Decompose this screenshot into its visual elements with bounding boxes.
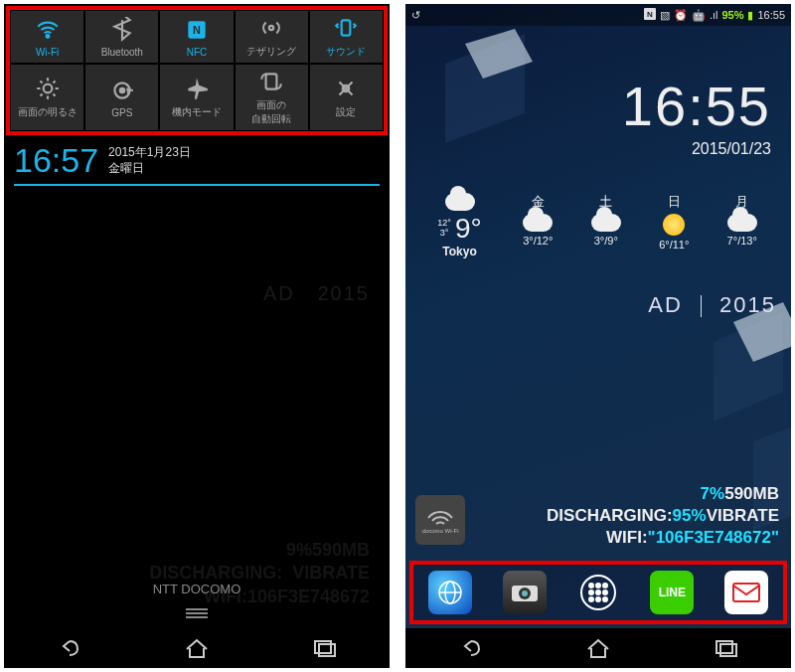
wifi-icon	[35, 17, 61, 43]
toggle-airplane[interactable]: 機内モード	[159, 64, 234, 131]
svg-point-34	[603, 590, 607, 594]
quick-settings-highlight: Wi-Fi Bluetooth N NFC テザリング	[6, 6, 388, 135]
svg-rect-13	[315, 641, 331, 653]
toggle-sound[interactable]: サウンド	[309, 10, 384, 64]
toggle-label: サウンド	[326, 45, 366, 59]
svg-text:N: N	[647, 10, 653, 19]
nav-recent[interactable]	[295, 634, 355, 662]
mail-icon	[731, 582, 761, 603]
stats-widget[interactable]: 7%590MB DISCHARGING:95%VIBRATE WIFI:"106…	[475, 483, 779, 549]
toggle-label: NFC	[187, 47, 208, 58]
sun-icon	[663, 214, 685, 236]
status-back-icon[interactable]: ↺	[411, 9, 420, 22]
svg-point-32	[589, 590, 593, 594]
toggle-label: 機内モード	[172, 105, 222, 119]
svg-point-29	[589, 584, 593, 588]
svg-point-36	[596, 597, 600, 601]
cloud-icon	[523, 214, 553, 232]
forecast-day-1: 土 3°/9°	[572, 193, 640, 258]
status-vibrate-icon: ▧	[660, 9, 670, 22]
svg-point-31	[603, 584, 607, 588]
status-bar: ↺ N ▧ ⏰ 🤖 .ıl 95% ▮ 16:55	[405, 4, 791, 26]
tethering-icon	[258, 15, 284, 41]
drag-handle-icon[interactable]	[182, 606, 212, 624]
forecast-day-3: 月 7°/13°	[708, 193, 775, 258]
svg-point-7	[120, 87, 124, 91]
status-battery-icon: ▮	[747, 9, 753, 22]
svg-point-35	[589, 597, 593, 601]
cloud-icon	[591, 214, 621, 232]
phone-right: ↺ N ▧ ⏰ 🤖 .ıl 95% ▮ 16:55 16:55 2015/01/…	[405, 4, 791, 668]
toggle-label: Bluetooth	[101, 47, 143, 58]
nav-recent[interactable]	[697, 634, 756, 662]
notification-clock: 16:57 2015年1月23日 金曜日	[4, 137, 390, 184]
city-label: Tokyo	[415, 245, 504, 258]
nav-back[interactable]	[440, 634, 500, 662]
toggle-label: 画面の明るさ	[18, 105, 78, 119]
toggle-label: テザリング	[246, 45, 296, 59]
nfc-icon: N	[184, 17, 210, 43]
toggle-tethering[interactable]: テザリング	[235, 10, 309, 64]
clock-date: 2015/01/23	[405, 140, 771, 158]
clock-widget[interactable]: 16:55 2015/01/23	[405, 74, 771, 158]
quick-settings-grid: Wi-Fi Bluetooth N NFC テザリング	[10, 10, 384, 131]
status-nfc-icon: N	[644, 8, 656, 22]
airplane-icon	[184, 76, 210, 101]
date-text: 2015年1月23日 金曜日	[108, 145, 191, 176]
calendar-widget[interactable]: AD 2015	[648, 292, 776, 318]
svg-rect-39	[716, 641, 732, 653]
status-signal-icon: .ıl	[710, 9, 718, 21]
nav-home[interactable]	[568, 634, 628, 662]
nav-bar	[405, 628, 791, 668]
brightness-icon	[35, 76, 61, 101]
status-time: 16:55	[757, 9, 785, 21]
nav-home[interactable]	[167, 634, 227, 662]
svg-rect-38	[733, 584, 759, 601]
status-android-icon: 🤖	[692, 9, 706, 22]
toggle-bluetooth[interactable]: Bluetooth	[84, 10, 159, 64]
gps-icon	[109, 78, 135, 103]
dock-camera[interactable]	[503, 571, 547, 614]
svg-rect-4	[342, 20, 351, 35]
apps-icon	[578, 573, 618, 612]
dock-mail[interactable]	[724, 571, 768, 614]
weather-now: 12° 3° 9° Tokyo	[415, 193, 504, 258]
svg-point-3	[269, 26, 273, 30]
svg-rect-40	[720, 644, 736, 656]
toggle-wifi[interactable]: Wi-Fi	[10, 10, 84, 64]
wifi-icon	[426, 506, 454, 528]
svg-point-5	[43, 84, 52, 93]
nav-back[interactable]	[39, 634, 98, 662]
carrier-label: NTT DOCOMO	[4, 582, 390, 596]
autorotate-icon	[258, 69, 284, 94]
dock-highlight: LINE	[409, 561, 787, 624]
toggle-settings[interactable]: 設定	[309, 64, 384, 131]
camera-icon	[510, 582, 540, 603]
toggle-label: GPS	[111, 107, 132, 118]
sound-icon	[333, 15, 359, 41]
toggle-label: Wi-Fi	[36, 47, 59, 58]
weather-widget[interactable]: 12° 3° 9° Tokyo 金 3°/12° 土 3°/9° 日 6°/11…	[415, 193, 776, 258]
dock-line[interactable]: LINE	[650, 571, 694, 614]
line-icon: LINE	[659, 586, 686, 599]
svg-point-0	[46, 35, 49, 38]
svg-point-37	[603, 597, 607, 601]
status-battery-pct: 95%	[721, 9, 743, 21]
clock-time: 16:55	[405, 74, 771, 138]
time-text: 16:57	[14, 141, 98, 180]
toggle-nfc[interactable]: N NFC	[159, 10, 234, 64]
dock-browser[interactable]	[428, 571, 472, 614]
toggle-autorotate[interactable]: 画面の 自動回転	[235, 64, 309, 131]
docomo-wifi-app[interactable]: docomo Wi-Fi	[415, 495, 465, 545]
svg-point-30	[596, 584, 600, 588]
toggle-brightness[interactable]: 画面の明るさ	[10, 64, 84, 131]
dock-apps[interactable]	[576, 571, 620, 614]
toggle-gps[interactable]: GPS	[84, 64, 159, 131]
svg-point-27	[522, 590, 528, 596]
nav-bar	[4, 628, 390, 668]
svg-point-33	[596, 590, 600, 594]
globe-icon	[436, 579, 464, 606]
svg-rect-8	[266, 74, 277, 88]
toggle-label: 画面の 自動回転	[251, 98, 291, 126]
current-temp: 9°	[455, 213, 482, 245]
